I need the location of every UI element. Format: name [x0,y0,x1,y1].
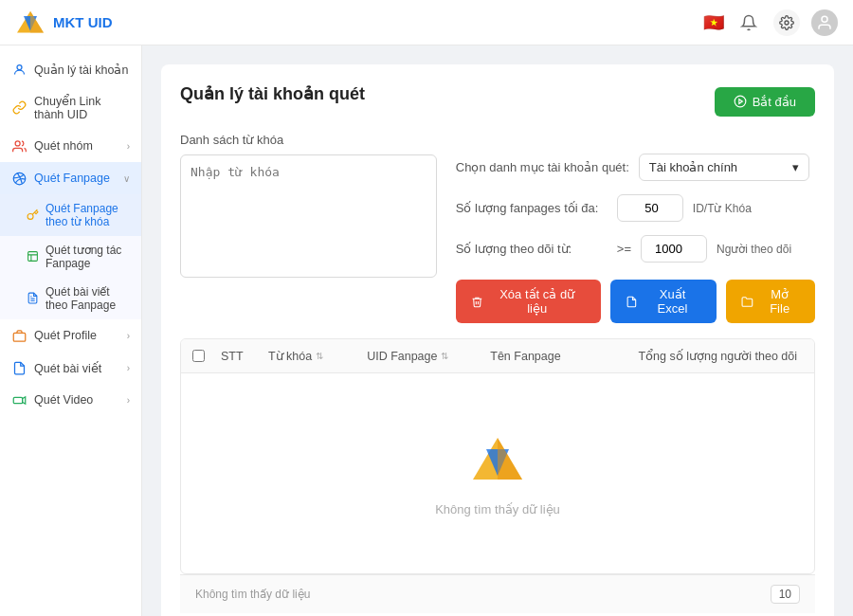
svg-point-15 [735,96,746,107]
sidebar-item-quan-ly-tai-khoan[interactable]: Quản lý tài khoản [0,53,141,85]
svg-point-8 [27,213,33,219]
page-title: Quản lý tài khoản quét [180,83,365,104]
fanpage-icon [11,171,27,186]
sidebar-item-label: Quét Video [34,393,93,407]
fanpage-limit-unit: ID/Từ Khóa [693,202,752,215]
user-avatar[interactable] [811,9,838,36]
gte-symbol: >= [617,242,631,256]
svg-rect-13 [13,397,22,403]
sidebar: Quản lý tài khoản Chuyển Link thành UID … [0,45,142,616]
footer-no-data-text: Không tìm thấy dữ liệu [195,588,310,601]
account-setting-row: Chọn danh mục tài khoản quét: Tài khoản … [456,154,815,181]
sidebar-item-quet-video[interactable]: Quét Video › [0,384,141,416]
post-icon [11,360,27,375]
header-left: MKT UID [15,9,113,36]
article-icon [27,292,40,305]
sidebar-sub-item-quet-tuong-tac[interactable]: Quét tương tác Fanpage [0,236,141,278]
chevron-down-icon: ∨ [123,173,130,184]
start-button[interactable]: Bắt đầu [715,87,815,117]
sort-icon[interactable]: ⇅ [441,351,448,361]
settings-icon[interactable] [773,9,800,36]
fanpage-limit-input[interactable] [617,194,683,222]
fanpage-limit-row: Số lượng fanpages tối đa: ID/Từ Khóa [456,194,815,222]
empty-state-text: Không tìm thấy dữ liệu [435,502,560,516]
followers-unit: Người theo dõi [717,243,791,256]
empty-logo-icon [469,430,526,487]
key-icon [27,208,40,222]
data-table: STT Từ khóa ⇅ UID Fanpage ⇅ Tên Fanpage [180,338,815,574]
open-file-button[interactable]: Mở File [726,280,815,323]
group-icon [11,138,27,154]
followers-row: Số lượng theo dõi từ: >= Người theo dõi [456,235,815,263]
logo-icon [15,9,45,36]
sidebar-item-quet-bai-viet[interactable]: Quét bài viết › [0,352,141,384]
chevron-right-icon: › [127,363,130,373]
chevron-down-icon: ▾ [792,160,799,174]
header-right: 🇻🇳 [703,9,838,36]
sidebar-sub-fanpage: Quét Fanpage theo từ khóa Quét tương tác… [0,194,141,319]
col-stt: STT [221,350,244,363]
col-name: Tên Fanpage [490,350,560,363]
app-header: MKT UID 🇻🇳 [0,0,853,45]
sidebar-sub-item-quet-fanpage-theo-tu-khoa[interactable]: Quét Fanpage theo từ khóa [0,194,141,236]
followers-input[interactable] [641,235,707,263]
sidebar-item-quet-fanpage[interactable]: Quét Fanpage ∨ [0,162,141,194]
bell-icon[interactable] [735,9,762,36]
footer-page-size[interactable]: 10 [771,585,800,604]
keyword-section: Danh sách từ khóa [180,133,437,323]
user-circle-icon [11,62,27,77]
main-content: Quản lý tài khoản quét Bắt đầu Danh sách… [142,45,853,616]
delete-all-button[interactable]: Xóa tất cả dữ liệu [456,280,601,323]
sidebar-sub-item-label: Quét bài viết theo Fanpage [45,285,130,312]
content-card: Quản lý tài khoản quét Bắt đầu Danh sách… [161,64,834,616]
sidebar-item-label: Quét Profile [34,329,97,342]
col-followers: Tổng số lượng người theo dõi [638,349,797,363]
empty-state: Không tìm thấy dữ liệu [181,373,814,573]
chevron-right-icon: › [127,395,130,406]
sidebar-item-label: Chuyển Link thành UID [34,94,130,121]
interact-icon [27,250,40,263]
action-buttons: Xóa tất cả dữ liệu Xuất Excel Mở File [456,280,815,323]
chevron-right-icon: › [127,141,130,152]
table-footer: Không tìm thấy dữ liệu 10 [180,574,815,613]
sidebar-sub-item-quet-bai-viet[interactable]: Quét bài viết theo Fanpage [0,278,141,319]
sidebar-item-label: Quét nhóm [34,139,93,153]
keyword-input[interactable] [180,154,437,278]
svg-point-5 [17,64,22,69]
account-select[interactable]: Tài khoản chính ▾ [639,154,809,181]
select-all-checkbox[interactable] [192,350,205,362]
export-excel-button[interactable]: Xuất Excel [610,280,717,323]
svg-point-6 [15,140,20,145]
logo-text: MKT UID [53,14,113,30]
svg-marker-14 [22,396,25,404]
svg-point-3 [785,21,789,25]
settings-section: Chọn danh mục tài khoản quét: Tài khoản … [456,133,815,323]
sidebar-item-label: Quét Fanpage [34,172,110,185]
profile-icon [11,328,27,343]
table-header: STT Từ khóa ⇅ UID Fanpage ⇅ Tên Fanpage [181,339,814,373]
sidebar-item-chuyen-link[interactable]: Chuyển Link thành UID [0,85,141,130]
sort-icon[interactable]: ⇅ [316,351,323,361]
fanpage-limit-label: Số lượng fanpages tối đa: [456,201,608,215]
svg-rect-9 [28,252,38,262]
top-section: Danh sách từ khóa Chọn danh mục tài khoả… [180,133,815,323]
chevron-right-icon: › [127,331,130,341]
sidebar-sub-item-label: Quét Fanpage theo từ khóa [45,202,130,228]
link-icon [11,100,27,116]
keyword-label: Danh sách từ khóa [180,133,437,147]
svg-rect-12 [13,333,26,341]
account-label: Chọn danh mục tài khoản quét: [456,160,629,174]
followers-label: Số lượng theo dõi từ: [456,242,608,256]
svg-marker-19 [498,438,522,480]
svg-point-4 [822,16,827,22]
flag-icon[interactable]: 🇻🇳 [703,12,724,33]
sidebar-item-label: Quản lý tài khoản [34,63,128,77]
svg-marker-2 [30,10,44,32]
sidebar-item-quet-profile[interactable]: Quét Profile › [0,319,141,352]
video-icon [11,392,27,408]
svg-marker-16 [738,100,742,104]
col-uid: UID Fanpage [367,350,437,363]
sidebar-item-label: Quét bài viết [34,361,101,375]
sidebar-item-quet-nhom[interactable]: Quét nhóm › [0,130,141,162]
col-keyword: Từ khóa [268,349,312,363]
